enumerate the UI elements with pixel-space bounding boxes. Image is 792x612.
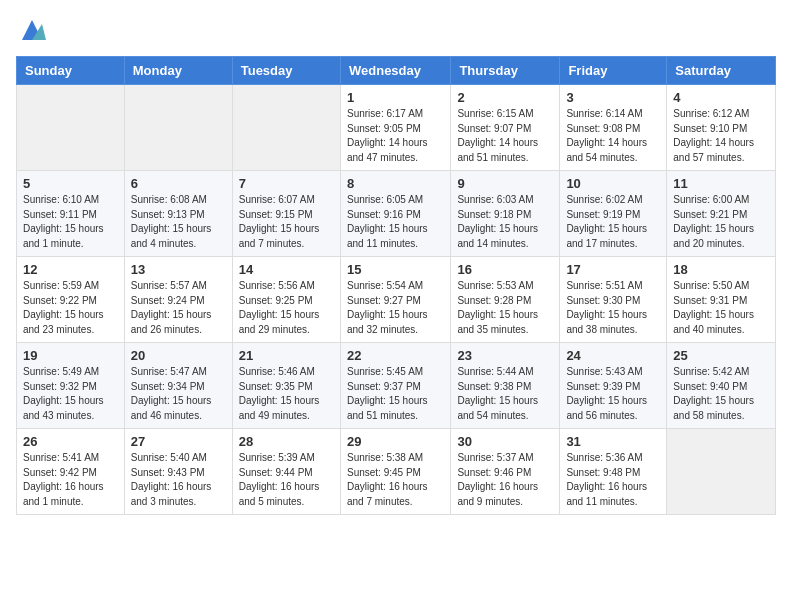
day-number: 2	[457, 90, 553, 105]
day-number: 4	[673, 90, 769, 105]
day-info: Sunrise: 6:00 AM Sunset: 9:21 PM Dayligh…	[673, 193, 769, 251]
calendar-header-wednesday: Wednesday	[340, 57, 450, 85]
day-number: 31	[566, 434, 660, 449]
day-number: 18	[673, 262, 769, 277]
calendar-week-row: 26Sunrise: 5:41 AM Sunset: 9:42 PM Dayli…	[17, 429, 776, 515]
day-info: Sunrise: 6:17 AM Sunset: 9:05 PM Dayligh…	[347, 107, 444, 165]
calendar-header-saturday: Saturday	[667, 57, 776, 85]
calendar-header-friday: Friday	[560, 57, 667, 85]
calendar-cell: 7Sunrise: 6:07 AM Sunset: 9:15 PM Daylig…	[232, 171, 340, 257]
calendar-header-sunday: Sunday	[17, 57, 125, 85]
calendar-cell: 18Sunrise: 5:50 AM Sunset: 9:31 PM Dayli…	[667, 257, 776, 343]
day-info: Sunrise: 5:47 AM Sunset: 9:34 PM Dayligh…	[131, 365, 226, 423]
calendar-cell: 5Sunrise: 6:10 AM Sunset: 9:11 PM Daylig…	[17, 171, 125, 257]
calendar-cell: 13Sunrise: 5:57 AM Sunset: 9:24 PM Dayli…	[124, 257, 232, 343]
calendar-cell: 17Sunrise: 5:51 AM Sunset: 9:30 PM Dayli…	[560, 257, 667, 343]
day-number: 10	[566, 176, 660, 191]
day-info: Sunrise: 5:42 AM Sunset: 9:40 PM Dayligh…	[673, 365, 769, 423]
day-info: Sunrise: 6:03 AM Sunset: 9:18 PM Dayligh…	[457, 193, 553, 251]
calendar-cell: 11Sunrise: 6:00 AM Sunset: 9:21 PM Dayli…	[667, 171, 776, 257]
calendar-cell: 15Sunrise: 5:54 AM Sunset: 9:27 PM Dayli…	[340, 257, 450, 343]
day-info: Sunrise: 5:59 AM Sunset: 9:22 PM Dayligh…	[23, 279, 118, 337]
calendar-cell: 4Sunrise: 6:12 AM Sunset: 9:10 PM Daylig…	[667, 85, 776, 171]
calendar-table: SundayMondayTuesdayWednesdayThursdayFrid…	[16, 56, 776, 515]
day-number: 19	[23, 348, 118, 363]
day-number: 22	[347, 348, 444, 363]
calendar-cell: 16Sunrise: 5:53 AM Sunset: 9:28 PM Dayli…	[451, 257, 560, 343]
calendar-cell: 26Sunrise: 5:41 AM Sunset: 9:42 PM Dayli…	[17, 429, 125, 515]
day-info: Sunrise: 5:57 AM Sunset: 9:24 PM Dayligh…	[131, 279, 226, 337]
calendar-cell: 6Sunrise: 6:08 AM Sunset: 9:13 PM Daylig…	[124, 171, 232, 257]
day-number: 1	[347, 90, 444, 105]
day-info: Sunrise: 5:37 AM Sunset: 9:46 PM Dayligh…	[457, 451, 553, 509]
calendar-week-row: 12Sunrise: 5:59 AM Sunset: 9:22 PM Dayli…	[17, 257, 776, 343]
logo	[16, 16, 46, 44]
day-info: Sunrise: 5:45 AM Sunset: 9:37 PM Dayligh…	[347, 365, 444, 423]
day-number: 8	[347, 176, 444, 191]
day-info: Sunrise: 5:50 AM Sunset: 9:31 PM Dayligh…	[673, 279, 769, 337]
day-info: Sunrise: 6:05 AM Sunset: 9:16 PM Dayligh…	[347, 193, 444, 251]
day-info: Sunrise: 5:49 AM Sunset: 9:32 PM Dayligh…	[23, 365, 118, 423]
day-number: 16	[457, 262, 553, 277]
day-info: Sunrise: 6:02 AM Sunset: 9:19 PM Dayligh…	[566, 193, 660, 251]
day-info: Sunrise: 5:44 AM Sunset: 9:38 PM Dayligh…	[457, 365, 553, 423]
day-info: Sunrise: 6:08 AM Sunset: 9:13 PM Dayligh…	[131, 193, 226, 251]
calendar-cell: 14Sunrise: 5:56 AM Sunset: 9:25 PM Dayli…	[232, 257, 340, 343]
day-number: 20	[131, 348, 226, 363]
calendar-week-row: 19Sunrise: 5:49 AM Sunset: 9:32 PM Dayli…	[17, 343, 776, 429]
calendar-week-row: 5Sunrise: 6:10 AM Sunset: 9:11 PM Daylig…	[17, 171, 776, 257]
day-number: 24	[566, 348, 660, 363]
day-info: Sunrise: 5:43 AM Sunset: 9:39 PM Dayligh…	[566, 365, 660, 423]
day-number: 17	[566, 262, 660, 277]
day-number: 23	[457, 348, 553, 363]
day-number: 29	[347, 434, 444, 449]
day-info: Sunrise: 6:07 AM Sunset: 9:15 PM Dayligh…	[239, 193, 334, 251]
day-info: Sunrise: 6:14 AM Sunset: 9:08 PM Dayligh…	[566, 107, 660, 165]
page-header	[16, 16, 776, 44]
day-number: 7	[239, 176, 334, 191]
day-number: 9	[457, 176, 553, 191]
calendar-cell	[232, 85, 340, 171]
day-info: Sunrise: 5:38 AM Sunset: 9:45 PM Dayligh…	[347, 451, 444, 509]
calendar-cell: 10Sunrise: 6:02 AM Sunset: 9:19 PM Dayli…	[560, 171, 667, 257]
calendar-cell: 3Sunrise: 6:14 AM Sunset: 9:08 PM Daylig…	[560, 85, 667, 171]
calendar-header-row: SundayMondayTuesdayWednesdayThursdayFrid…	[17, 57, 776, 85]
calendar-cell: 25Sunrise: 5:42 AM Sunset: 9:40 PM Dayli…	[667, 343, 776, 429]
day-info: Sunrise: 5:56 AM Sunset: 9:25 PM Dayligh…	[239, 279, 334, 337]
day-number: 14	[239, 262, 334, 277]
day-info: Sunrise: 5:40 AM Sunset: 9:43 PM Dayligh…	[131, 451, 226, 509]
calendar-cell: 23Sunrise: 5:44 AM Sunset: 9:38 PM Dayli…	[451, 343, 560, 429]
day-info: Sunrise: 5:39 AM Sunset: 9:44 PM Dayligh…	[239, 451, 334, 509]
calendar-cell: 24Sunrise: 5:43 AM Sunset: 9:39 PM Dayli…	[560, 343, 667, 429]
calendar-cell: 21Sunrise: 5:46 AM Sunset: 9:35 PM Dayli…	[232, 343, 340, 429]
calendar-cell: 31Sunrise: 5:36 AM Sunset: 9:48 PM Dayli…	[560, 429, 667, 515]
calendar-header-thursday: Thursday	[451, 57, 560, 85]
calendar-cell: 19Sunrise: 5:49 AM Sunset: 9:32 PM Dayli…	[17, 343, 125, 429]
calendar-cell: 22Sunrise: 5:45 AM Sunset: 9:37 PM Dayli…	[340, 343, 450, 429]
calendar-cell: 28Sunrise: 5:39 AM Sunset: 9:44 PM Dayli…	[232, 429, 340, 515]
calendar-cell	[17, 85, 125, 171]
calendar-cell: 27Sunrise: 5:40 AM Sunset: 9:43 PM Dayli…	[124, 429, 232, 515]
day-number: 21	[239, 348, 334, 363]
day-number: 27	[131, 434, 226, 449]
day-number: 6	[131, 176, 226, 191]
day-info: Sunrise: 5:53 AM Sunset: 9:28 PM Dayligh…	[457, 279, 553, 337]
day-number: 28	[239, 434, 334, 449]
day-number: 26	[23, 434, 118, 449]
day-number: 13	[131, 262, 226, 277]
calendar-cell: 1Sunrise: 6:17 AM Sunset: 9:05 PM Daylig…	[340, 85, 450, 171]
day-info: Sunrise: 5:36 AM Sunset: 9:48 PM Dayligh…	[566, 451, 660, 509]
calendar-cell: 12Sunrise: 5:59 AM Sunset: 9:22 PM Dayli…	[17, 257, 125, 343]
calendar-cell: 30Sunrise: 5:37 AM Sunset: 9:46 PM Dayli…	[451, 429, 560, 515]
calendar-week-row: 1Sunrise: 6:17 AM Sunset: 9:05 PM Daylig…	[17, 85, 776, 171]
calendar-header-monday: Monday	[124, 57, 232, 85]
day-number: 5	[23, 176, 118, 191]
calendar-cell: 9Sunrise: 6:03 AM Sunset: 9:18 PM Daylig…	[451, 171, 560, 257]
day-number: 12	[23, 262, 118, 277]
logo-icon	[18, 16, 46, 44]
day-info: Sunrise: 5:41 AM Sunset: 9:42 PM Dayligh…	[23, 451, 118, 509]
day-number: 25	[673, 348, 769, 363]
calendar-cell	[667, 429, 776, 515]
day-info: Sunrise: 6:10 AM Sunset: 9:11 PM Dayligh…	[23, 193, 118, 251]
day-number: 30	[457, 434, 553, 449]
